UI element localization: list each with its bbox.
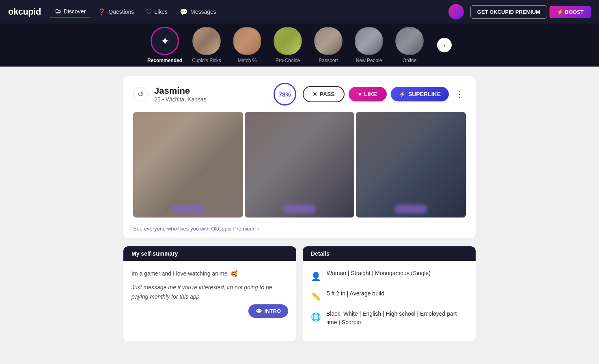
likes-icon: ♡ bbox=[146, 8, 152, 16]
category-pro-choice[interactable]: Pro-Choice bbox=[271, 27, 304, 63]
match-thumb bbox=[233, 27, 261, 55]
pro-choice-thumb bbox=[274, 27, 302, 55]
pass-x-icon: ✕ bbox=[312, 91, 317, 97]
photo-2-badge bbox=[283, 205, 316, 213]
photo-1-badge bbox=[172, 205, 204, 213]
new-people-thumb bbox=[355, 27, 383, 55]
background-icon: 🌐 bbox=[311, 310, 321, 323]
passport-thumb bbox=[314, 27, 343, 55]
intro-chat-icon: 💬 bbox=[256, 308, 262, 314]
profile-location: 25 • Wichita, Kansas bbox=[154, 96, 267, 103]
cupids-picks-thumb bbox=[192, 27, 221, 55]
category-next-button[interactable]: › bbox=[437, 38, 452, 52]
like-heart-icon: ♥ bbox=[358, 91, 362, 97]
intro-button[interactable]: 💬 INTRO bbox=[248, 304, 288, 318]
superlike-icon: ⚡ bbox=[399, 91, 406, 97]
pro-choice-label: Pro-Choice bbox=[276, 58, 300, 63]
profile-info: Jasmine 25 • Wichita, Kansas bbox=[154, 86, 267, 103]
nav-discover[interactable]: 🗂 Discover bbox=[50, 5, 90, 18]
category-new-people[interactable]: New People bbox=[353, 27, 385, 63]
like-button[interactable]: ♥ LIKE bbox=[349, 87, 387, 101]
messages-icon: 💬 bbox=[180, 8, 188, 16]
recommended-thumb: ✦ bbox=[151, 27, 179, 55]
category-online[interactable]: Online bbox=[393, 27, 426, 63]
discover-icon: 🗂 bbox=[55, 8, 61, 15]
details-header: Details bbox=[303, 246, 476, 261]
photo-3-badge bbox=[395, 205, 427, 213]
premium-button[interactable]: GET OKCUPID PREMIUM bbox=[470, 5, 547, 19]
passport-label: Passport bbox=[319, 58, 338, 63]
online-label: Online bbox=[403, 58, 417, 63]
cupids-picks-label: Cupid's Picks bbox=[192, 58, 221, 63]
photos-row bbox=[123, 112, 476, 224]
category-match[interactable]: Match % bbox=[231, 27, 263, 63]
category-bar: ✦ Recommended Cupid's Picks Match % Pro-… bbox=[0, 24, 599, 67]
self-summary-header: My self-summary bbox=[123, 246, 296, 261]
action-buttons: ✕ PASS ♥ LIKE ⚡ SUPERLIKE ⋮ bbox=[303, 86, 466, 102]
height-text: 5 ft 2 in | Average build bbox=[327, 289, 384, 298]
self-summary-card: My self-summary Im a gamer and I love wa… bbox=[123, 246, 296, 341]
nav-discover-label: Discover bbox=[64, 8, 86, 15]
summary-text-1: Im a gamer and I love watching anime. 🥰 bbox=[131, 269, 288, 278]
undo-button[interactable]: ↺ bbox=[133, 87, 148, 101]
height-icon: 📏 bbox=[311, 290, 321, 303]
profile-name: Jasmine bbox=[154, 86, 267, 96]
top-navigation: okcupid 🗂 Discover ❓ Questions ♡ Likes 💬… bbox=[0, 0, 599, 24]
background-text: Black, White | English | High school | E… bbox=[326, 310, 468, 327]
recommended-label: Recommended bbox=[147, 58, 182, 63]
details-card: Details 👤 Woman | Straight | Monogamous … bbox=[303, 246, 476, 341]
gender-text: Woman | Straight | Monogamous (Single) bbox=[327, 269, 431, 278]
superlike-button[interactable]: ⚡ SUPERLIKE bbox=[391, 87, 449, 101]
self-summary-body: Im a gamer and I love watching anime. 🥰 … bbox=[123, 261, 296, 309]
detail-row-gender: 👤 Woman | Straight | Monogamous (Single) bbox=[311, 269, 468, 283]
pass-button[interactable]: ✕ PASS bbox=[303, 86, 345, 102]
detail-row-height: 📏 5 ft 2 in | Average build bbox=[311, 289, 468, 303]
logo: okcupid bbox=[8, 6, 41, 17]
photo-3[interactable] bbox=[356, 112, 466, 218]
main-content: ↺ Jasmine 25 • Wichita, Kansas 78% ✕ PAS… bbox=[117, 76, 482, 341]
gender-icon: 👤 bbox=[311, 270, 321, 283]
nav-questions-label: Questions bbox=[108, 9, 134, 15]
summary-text-2: Just message me if you're interested, im… bbox=[131, 283, 288, 301]
photo-1[interactable] bbox=[133, 112, 243, 218]
online-thumb bbox=[395, 27, 424, 55]
nav-questions[interactable]: ❓ Questions bbox=[93, 6, 139, 18]
boost-button[interactable]: ⚡ BOOST bbox=[549, 6, 591, 18]
avatar[interactable] bbox=[448, 4, 464, 19]
profile-header: ↺ Jasmine 25 • Wichita, Kansas 78% ✕ PAS… bbox=[123, 76, 476, 112]
category-passport[interactable]: Passport bbox=[312, 27, 345, 63]
category-recommended[interactable]: ✦ Recommended bbox=[147, 27, 182, 63]
match-label: Match % bbox=[238, 58, 257, 63]
details-body: 👤 Woman | Straight | Monogamous (Single)… bbox=[303, 261, 476, 341]
profile-sections: My self-summary Im a gamer and I love wa… bbox=[123, 246, 476, 341]
nav-likes[interactable]: ♡ Likes bbox=[141, 6, 172, 18]
match-percentage: 78% bbox=[274, 83, 296, 106]
detail-row-background: 🌐 Black, White | English | High school |… bbox=[311, 310, 468, 327]
category-cupids-picks[interactable]: Cupid's Picks bbox=[190, 27, 223, 63]
questions-icon: ❓ bbox=[98, 8, 106, 16]
new-people-label: New People bbox=[356, 58, 382, 63]
nav-messages[interactable]: 💬 Messages bbox=[175, 6, 221, 18]
more-options-button[interactable]: ⋮ bbox=[453, 88, 466, 101]
photo-2[interactable] bbox=[245, 112, 355, 218]
profile-card: ↺ Jasmine 25 • Wichita, Kansas 78% ✕ PAS… bbox=[123, 76, 476, 238]
recommended-icon: ✦ bbox=[160, 34, 170, 48]
nav-likes-label: Likes bbox=[154, 9, 168, 15]
nav-messages-label: Messages bbox=[190, 9, 216, 15]
premium-cta[interactable]: See everyone who likes you with OkCupid … bbox=[123, 224, 476, 238]
